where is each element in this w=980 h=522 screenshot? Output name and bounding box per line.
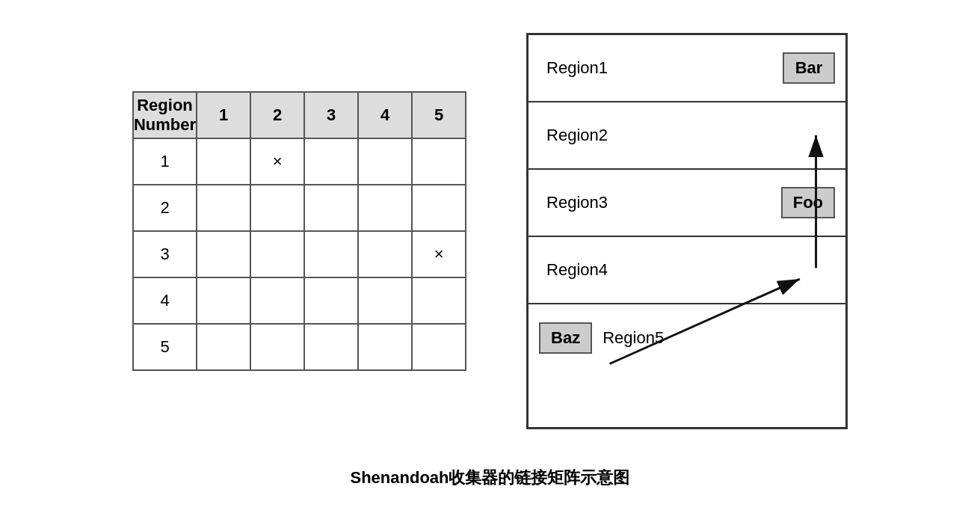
cell-2-1 bbox=[197, 185, 250, 231]
region-row-4: Region4 bbox=[528, 237, 845, 304]
region-diagram: Region1 Bar Region2 Region3 Foo Region4 … bbox=[526, 33, 848, 429]
region3-label: Region3 bbox=[528, 193, 781, 212]
region-row-1: Region1 Bar bbox=[528, 35, 845, 102]
col-header-4: 4 bbox=[358, 92, 412, 138]
caption: Shenandoah收集器的链接矩阵示意图 bbox=[350, 467, 629, 489]
cell-3-4 bbox=[358, 231, 412, 277]
cell-4-5 bbox=[412, 277, 466, 324]
row-label-5: 5 bbox=[133, 324, 197, 370]
cell-5-1 bbox=[197, 324, 250, 370]
row-label-1: 1 bbox=[133, 138, 197, 185]
region4-label: Region4 bbox=[528, 260, 845, 280]
table-row: 2 bbox=[133, 185, 466, 231]
table-row: 1× bbox=[133, 138, 466, 185]
cell-1-4 bbox=[358, 138, 412, 185]
region-number-header: RegionNumber bbox=[133, 92, 197, 138]
cell-2-5 bbox=[412, 185, 466, 231]
col-header-2: 2 bbox=[250, 92, 304, 138]
cell-3-3 bbox=[304, 231, 358, 277]
cell-1-5 bbox=[412, 138, 466, 185]
cell-1-2: × bbox=[250, 138, 304, 185]
row-label-2: 2 bbox=[133, 185, 197, 231]
cell-5-4 bbox=[358, 324, 412, 370]
main-content: RegionNumber 1 2 3 4 5 1×23×45 Region1 B… bbox=[132, 33, 848, 429]
region5-label: Region5 bbox=[603, 328, 845, 348]
cell-4-2 bbox=[250, 277, 304, 324]
cell-3-5: × bbox=[412, 231, 466, 277]
table-row: 3× bbox=[133, 231, 466, 277]
cell-4-3 bbox=[304, 277, 358, 324]
cell-1-1 bbox=[197, 138, 250, 185]
cell-2-4 bbox=[358, 185, 412, 231]
col-header-1: 1 bbox=[197, 92, 250, 138]
cell-4-1 bbox=[197, 277, 250, 324]
region-row-5: Baz Region5 bbox=[528, 304, 845, 372]
table-row: 4 bbox=[133, 277, 466, 324]
row-label-3: 3 bbox=[133, 231, 197, 277]
table-row: 5 bbox=[133, 324, 466, 370]
cell-1-3 bbox=[304, 138, 358, 185]
matrix-table: RegionNumber 1 2 3 4 5 1×23×45 bbox=[132, 91, 466, 371]
cell-4-4 bbox=[358, 277, 412, 324]
cell-2-3 bbox=[304, 185, 358, 231]
cell-3-2 bbox=[250, 231, 304, 277]
cell-2-2 bbox=[250, 185, 304, 231]
region1-label: Region1 bbox=[528, 58, 783, 78]
cell-5-3 bbox=[304, 324, 358, 370]
cell-3-1 bbox=[197, 231, 250, 277]
col-header-5: 5 bbox=[412, 92, 466, 138]
foo-box: Foo bbox=[781, 187, 835, 218]
row-label-4: 4 bbox=[133, 277, 197, 324]
region-row-2: Region2 bbox=[528, 102, 845, 170]
cell-5-5 bbox=[412, 324, 466, 370]
matrix-section: RegionNumber 1 2 3 4 5 1×23×45 bbox=[132, 91, 466, 371]
region-row-3: Region3 Foo bbox=[528, 170, 845, 237]
region2-label: Region2 bbox=[528, 126, 845, 145]
col-header-3: 3 bbox=[304, 92, 358, 138]
bar-box: Bar bbox=[783, 52, 835, 84]
cell-5-2 bbox=[250, 324, 304, 370]
baz-box: Baz bbox=[539, 322, 592, 354]
